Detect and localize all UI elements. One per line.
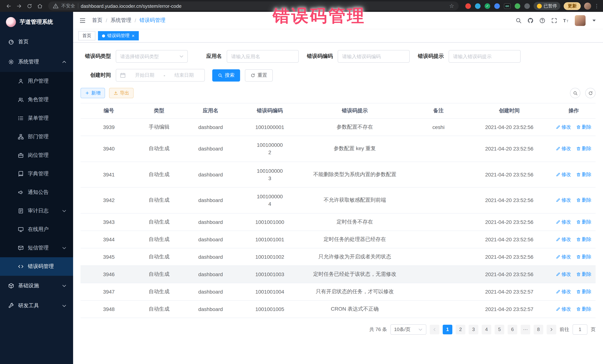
caret-down-icon[interactable] <box>591 17 597 23</box>
delete-link[interactable]: 删除 <box>576 219 591 225</box>
sidebar-item[interactable]: 基础设施 <box>0 276 73 296</box>
question-button[interactable] <box>539 17 545 23</box>
app-logo[interactable]: 芋道管理系统 <box>0 12 73 32</box>
reset-button[interactable]: 重置 <box>245 69 273 81</box>
sidebar-item[interactable]: 研发工具 <box>0 296 73 316</box>
browser-menu-icon[interactable]: ⋮ <box>594 3 599 9</box>
sidebar-item[interactable]: 用户管理 <box>0 72 73 90</box>
edit-link[interactable]: 修改 <box>556 254 571 260</box>
filter-input[interactable] <box>449 50 521 63</box>
url-text: dashboard.yudao.iocoder.cn/system/error-… <box>81 3 181 9</box>
page-size-value: 10条/页 <box>394 326 410 333</box>
delete-link[interactable]: 删除 <box>576 171 591 178</box>
cell-time: 2021-04-20 23:52:56 <box>467 118 552 136</box>
page-button[interactable]: 1 <box>443 325 452 334</box>
filter-input[interactable] <box>227 50 299 63</box>
prev-page-button[interactable] <box>430 325 439 334</box>
sidebar-item[interactable]: 短信管理 <box>0 239 73 257</box>
sidebar-item[interactable]: 审计日志 <box>0 202 73 220</box>
page-button[interactable]: 6 <box>508 325 517 334</box>
filter-input[interactable] <box>338 50 410 63</box>
home-button[interactable] <box>35 1 45 11</box>
close-icon[interactable]: × <box>132 33 135 38</box>
page-ellipsis[interactable]: ··· <box>521 325 530 334</box>
font-size-icon <box>563 17 569 23</box>
sidebar-item[interactable]: 在线用户 <box>0 220 73 239</box>
bookmark-star-icon[interactable]: ☆ <box>449 3 454 9</box>
red-circle-extension-icon[interactable] <box>465 3 471 9</box>
filter-select[interactable] <box>116 50 188 63</box>
blue-grid-extension-icon[interactable] <box>494 3 500 9</box>
sidebar-item[interactable]: 系统管理 <box>0 52 73 72</box>
github-button[interactable] <box>527 17 533 23</box>
edit-link[interactable]: 修改 <box>556 124 571 131</box>
search-toggle-button[interactable] <box>570 88 580 98</box>
cell-app: dashboard <box>181 136 240 162</box>
edit-link[interactable]: 修改 <box>556 219 571 225</box>
goto-page-input[interactable] <box>573 324 587 335</box>
page-button[interactable]: 5 <box>495 325 504 334</box>
page-button[interactable]: 4 <box>482 325 491 334</box>
cell-app: dashboard <box>181 162 240 187</box>
page-button[interactable]: 2 <box>456 325 465 334</box>
sidebar-menu: 首页 系统管理 用户管理 角色管理 菜单管理 部门管理 岗位管理 字典管理 通知… <box>0 32 73 364</box>
edit-link[interactable]: 修改 <box>556 171 571 178</box>
address-bar[interactable]: 不安全 dashboard.yudao.iocoder.cn/system/er… <box>48 1 459 10</box>
edit-link[interactable]: 修改 <box>556 145 571 152</box>
puzzle-extension-icon[interactable] <box>524 3 530 9</box>
font-size-button[interactable] <box>563 17 569 23</box>
sidebar-item[interactable]: 部门管理 <box>0 128 73 146</box>
delete-link[interactable]: 删除 <box>576 254 591 260</box>
delete-link[interactable]: 删除 <box>576 124 591 131</box>
sidebar-item[interactable]: 首页 <box>0 32 73 52</box>
page-size-select[interactable]: 10条/页 <box>390 324 426 335</box>
reload-button[interactable] <box>24 1 34 11</box>
edit-link[interactable]: 修改 <box>556 271 571 278</box>
sidebar-toggle-button[interactable] <box>79 17 86 24</box>
back-button[interactable] <box>4 1 13 11</box>
date-range-picker[interactable]: 开始日期 - 结束日期 <box>116 69 205 82</box>
add-button[interactable]: 新增 <box>81 88 105 98</box>
edit-link[interactable]: 修改 <box>556 236 571 243</box>
delete-link[interactable]: 删除 <box>576 271 591 278</box>
tab[interactable]: 错误码管理 × <box>98 31 139 40</box>
blue-drop-extension-icon[interactable] <box>475 3 481 9</box>
delete-link[interactable]: 删除 <box>576 197 591 204</box>
refresh-table-button[interactable] <box>585 88 596 98</box>
edit-icon <box>556 289 560 294</box>
forward-button[interactable] <box>14 1 24 11</box>
search-button[interactable] <box>515 17 522 23</box>
sidebar-item[interactable]: 错误码管理 <box>0 257 73 276</box>
delete-link[interactable]: 删除 <box>576 145 591 152</box>
sidebar-item[interactable]: 菜单管理 <box>0 109 73 128</box>
edit-link[interactable]: 修改 <box>556 288 571 295</box>
breadcrumb-item[interactable]: 首页 <box>92 17 103 24</box>
green-check-extension-icon[interactable]: ✓ <box>485 3 490 9</box>
edit-link[interactable]: 修改 <box>556 306 571 312</box>
page-button[interactable]: 8 <box>533 325 543 334</box>
sidebar-item[interactable]: 角色管理 <box>0 90 73 109</box>
paused-badge[interactable]: 已暂停 <box>533 2 560 10</box>
delete-link[interactable]: 删除 <box>576 236 591 243</box>
update-button[interactable]: 更新 <box>564 2 581 10</box>
chevron-down-icon <box>417 327 423 332</box>
breadcrumb-item[interactable]: 系统管理 <box>111 17 131 24</box>
tab[interactable]: 首页 × <box>78 31 95 40</box>
edit-link[interactable]: 修改 <box>556 197 571 204</box>
on-badge-extension-icon[interactable]: on <box>504 3 510 9</box>
sidebar-item[interactable]: 字典管理 <box>0 165 73 183</box>
browser-profile-avatar[interactable] <box>584 2 591 10</box>
green-leaf-extension-icon[interactable] <box>515 3 520 9</box>
delete-link[interactable]: 删除 <box>576 306 591 312</box>
fullscreen-button[interactable] <box>551 17 557 23</box>
cell-type: 自动生成 <box>137 162 181 187</box>
delete-link[interactable]: 删除 <box>576 288 591 295</box>
sidebar-item[interactable]: 岗位管理 <box>0 146 73 165</box>
export-button[interactable]: 导出 <box>109 88 134 98</box>
sidebar-item-label: 部门管理 <box>28 133 49 140</box>
next-page-button[interactable] <box>547 325 556 334</box>
page-button[interactable]: 3 <box>469 325 478 334</box>
sidebar-item[interactable]: 通知公告 <box>0 183 73 202</box>
user-avatar[interactable] <box>575 15 586 26</box>
search-button[interactable]: 搜索 <box>212 69 240 81</box>
